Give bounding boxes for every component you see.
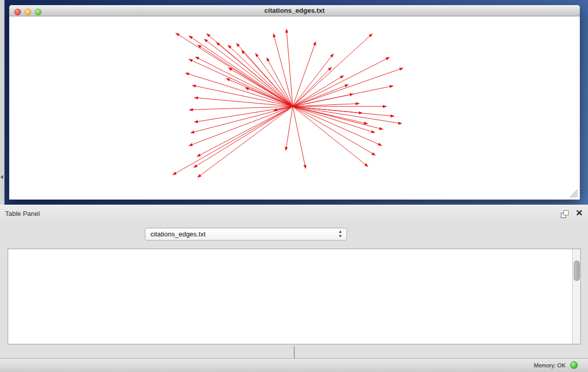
table-selector-value: citations_edges.txt <box>150 230 206 238</box>
table-scrollbar[interactable] <box>572 249 580 344</box>
graph-edge[interactable] <box>293 106 368 166</box>
panel-drag-handle-icon[interactable]: ∴ <box>290 206 293 211</box>
memory-status-label: Memory: OK <box>534 362 565 368</box>
network-window: citations_edges.txt <box>9 5 580 200</box>
network-canvas[interactable] <box>9 16 580 200</box>
graph-edge[interactable] <box>293 34 372 106</box>
graph-edge[interactable] <box>293 57 389 106</box>
graph-edge[interactable] <box>293 106 375 155</box>
graph-edge[interactable] <box>293 103 359 106</box>
graph-edge[interactable] <box>229 68 293 106</box>
table-scrollbar-thumb[interactable] <box>574 260 580 281</box>
float-panel-icon[interactable] <box>561 210 569 218</box>
graph-edge[interactable] <box>293 106 306 168</box>
graph-edge[interactable] <box>204 39 293 106</box>
graph-edge[interactable] <box>189 106 293 110</box>
graph-edge[interactable] <box>173 106 293 175</box>
graph-edge[interactable] <box>293 76 343 106</box>
graph-edge[interactable] <box>189 59 293 106</box>
table-panel-titlebar[interactable]: ∴ Table Panel ✕ <box>0 205 588 222</box>
status-bar: Memory: OK <box>0 358 588 372</box>
graph-edge[interactable] <box>293 106 382 145</box>
table-type-tabs <box>294 346 295 359</box>
table-panel: ∴ Table Panel ✕ citations_edges.txt ▲▼ <box>0 205 588 372</box>
node-table <box>8 249 581 344</box>
graph-edge[interactable] <box>216 42 293 106</box>
graph-edge[interactable] <box>286 106 293 150</box>
graph-edge[interactable] <box>198 106 293 178</box>
combo-arrows-icon: ▲▼ <box>338 229 342 238</box>
left-panel-divider[interactable] <box>0 0 5 205</box>
table-selector-combo[interactable]: citations_edges.txt ▲▼ <box>145 228 347 240</box>
network-graph[interactable] <box>9 16 580 200</box>
close-panel-icon[interactable]: ✕ <box>576 208 583 218</box>
window-title: citations_edges.txt <box>9 7 580 14</box>
graph-edge[interactable] <box>228 45 293 106</box>
network-window-titlebar[interactable]: citations_edges.txt <box>9 5 580 16</box>
graph-edge[interactable] <box>293 106 383 129</box>
graph-edge[interactable] <box>293 106 402 124</box>
graph-edge[interactable] <box>191 106 293 133</box>
memory-status-indicator[interactable] <box>570 361 578 369</box>
window-resize-grip[interactable] <box>568 188 578 198</box>
graph-edge[interactable] <box>293 67 332 106</box>
graph-edge[interactable] <box>176 33 293 106</box>
panel-collapse-arrow-icon[interactable] <box>1 175 3 179</box>
graph-edge[interactable] <box>189 36 293 106</box>
graph-edge[interactable] <box>194 106 293 167</box>
graph-edge[interactable] <box>189 106 293 146</box>
table-panel-title: Table Panel <box>5 210 40 217</box>
table-toolbar: citations_edges.txt ▲▼ <box>0 224 588 247</box>
